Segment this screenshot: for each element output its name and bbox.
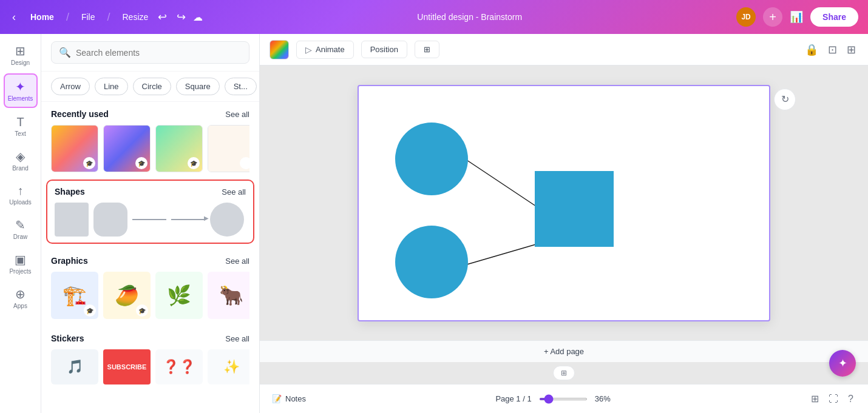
graphic-badge-2: 🎓 — [136, 304, 148, 317]
sidebar-item-uploads[interactable]: ↑ Uploads — [4, 179, 38, 210]
filter-tag-square[interactable]: Square — [176, 78, 220, 95]
topbar-right: JD + 📊 Share — [736, 7, 858, 27]
canvas-area: ▷ Animate Position ⊞ 🔒 ⊡ ⊞ — [260, 34, 868, 413]
undo-button[interactable]: ↩ — [155, 8, 169, 26]
grid-view-button[interactable]: ⊞ — [809, 391, 821, 407]
brand-icon: ◈ — [16, 149, 25, 164]
recent-badge-4 — [240, 157, 249, 169]
recently-used-see-all[interactable]: See all — [225, 110, 249, 119]
show-pages-area: ⊞ — [260, 362, 868, 384]
search-input-wrapper: 🔍 — [51, 41, 249, 64]
add-page-button[interactable]: + Add page — [544, 347, 584, 356]
canvas-rectangle[interactable] — [535, 171, 614, 247]
lock-button[interactable]: 🔒 — [802, 41, 821, 59]
sidebar-label-draw: Draw — [13, 233, 27, 240]
sidebar-item-brand[interactable]: ◈ Brand — [4, 144, 38, 176]
cloud-sync-button[interactable]: ☁ — [193, 12, 203, 23]
share-button[interactable]: Share — [810, 7, 858, 27]
animate-icon: ▷ — [305, 45, 312, 55]
sticker-item-3[interactable]: ❓❓ — [155, 349, 203, 384]
sidebar-label-projects: Projects — [9, 268, 31, 275]
canvas-refresh-button[interactable]: ↻ — [774, 89, 796, 110]
canvas-circle-top[interactable] — [395, 123, 468, 195]
expand-button[interactable]: ⊞ — [844, 41, 858, 59]
graphic-item-3[interactable]: 🌿 — [155, 272, 203, 319]
graphic-item-4[interactable]: 🐂 — [208, 272, 249, 319]
filter-tag-line[interactable]: Line — [95, 78, 128, 95]
recent-item-2[interactable]: 🎓 — [103, 125, 151, 172]
graphics-see-all[interactable]: See all — [225, 257, 249, 266]
search-input[interactable] — [76, 48, 242, 58]
shape-arrow[interactable] — [171, 219, 205, 220]
shape-square[interactable] — [55, 203, 89, 237]
graphic-badge-1: 🎓 — [84, 304, 96, 317]
filter-tag-circle[interactable]: Circle — [133, 78, 171, 95]
sticker-icon-1: 🎵 — [67, 359, 83, 375]
avatar[interactable]: JD — [736, 7, 756, 27]
shape-rounded-rect[interactable] — [93, 203, 127, 237]
animate-button[interactable]: ▷ Animate — [296, 41, 354, 59]
shapes-section: Shapes See all › — [46, 180, 254, 244]
position-button[interactable]: Position — [361, 41, 407, 58]
recent-badge-1: 🎓 — [83, 157, 95, 169]
home-link[interactable]: Home — [30, 12, 54, 22]
redo-button[interactable]: ↪ — [174, 8, 188, 26]
stickers-header: Stickers See all — [51, 334, 249, 343]
stats-icon[interactable]: 📊 — [790, 10, 803, 24]
sidebar: ⊞ Design ✦ Elements T Text ◈ Brand ↑ Upl… — [0, 34, 41, 413]
recent-item-3[interactable]: 🎓 — [155, 125, 203, 172]
svg-line-1 — [465, 244, 538, 265]
sidebar-label-uploads: Uploads — [9, 199, 32, 206]
shape-rounded-icon — [93, 203, 127, 237]
svg-line-0 — [465, 159, 538, 207]
sidebar-item-apps[interactable]: ⊕ Apps — [4, 282, 38, 314]
fullscreen-button[interactable]: ⛶ — [826, 391, 841, 407]
sidebar-label-brand: Brand — [12, 165, 29, 172]
add-page-bar: + Add page — [260, 340, 868, 362]
bottom-right: ⊞ ⛶ ? — [809, 391, 856, 407]
canvas-circle-bottom[interactable] — [395, 226, 468, 298]
sidebar-item-elements[interactable]: ✦ Elements — [4, 73, 38, 108]
back-button[interactable]: ‹ — [10, 8, 18, 26]
stickers-see-all[interactable]: See all — [225, 334, 249, 343]
notes-button[interactable]: 📝 Notes — [272, 394, 306, 403]
sidebar-item-design[interactable]: ⊞ Design — [4, 39, 38, 71]
copy-button[interactable]: ⊡ — [826, 41, 839, 59]
main-content: ⊞ Design ✦ Elements T Text ◈ Brand ↑ Upl… — [0, 34, 868, 413]
color-swatch[interactable] — [270, 40, 289, 59]
graphics-header: Graphics See all — [51, 256, 249, 266]
resize-menu[interactable]: Resize — [123, 12, 149, 22]
recent-badge-2: 🎓 — [135, 157, 147, 169]
filter-tag-arrow[interactable]: Arrow — [51, 78, 90, 95]
shape-line[interactable] — [132, 219, 166, 220]
topbar-left: ‹ Home / File / Resize — [10, 8, 148, 26]
separator2: / — [107, 11, 110, 24]
canva-assist-button[interactable]: ✦ — [829, 350, 856, 377]
sticker-icon-2: SUBSCRIBE — [107, 363, 147, 371]
design-icon: ⊞ — [15, 44, 25, 58]
recent-item-4[interactable] — [208, 125, 249, 172]
zoom-slider[interactable] — [539, 398, 588, 400]
show-pages-button[interactable]: ⊞ — [553, 366, 575, 380]
graphics-title: Graphics — [51, 256, 88, 266]
graphic-item-2[interactable]: 🥭 🎓 — [103, 272, 151, 319]
shape-circle[interactable] — [210, 203, 244, 237]
shapes-see-all[interactable]: See all — [222, 187, 246, 196]
sticker-item-1[interactable]: 🎵 — [51, 349, 98, 384]
sticker-item-2[interactable]: SUBSCRIBE — [103, 349, 151, 384]
filter-tag-st[interactable]: St... — [225, 78, 257, 95]
graphic-item-1[interactable]: 🏗️ 🎓 — [51, 272, 98, 319]
sticker-item-4[interactable]: ✨ — [208, 349, 249, 384]
sidebar-item-text[interactable]: T Text — [4, 110, 38, 142]
graphic-icon-3: 🌿 — [167, 284, 191, 307]
sidebar-label-design: Design — [11, 59, 30, 66]
add-collaborator-button[interactable]: + — [763, 7, 782, 27]
sidebar-item-draw[interactable]: ✎ Draw — [4, 213, 38, 245]
sidebar-item-projects[interactable]: ▣ Projects — [4, 247, 38, 280]
design-canvas[interactable]: ↻ — [358, 85, 770, 321]
recent-item-1[interactable]: 🎓 — [51, 125, 98, 172]
help-button[interactable]: ? — [846, 391, 856, 407]
filter-button[interactable]: ⊞ — [415, 41, 439, 58]
file-menu[interactable]: File — [81, 12, 95, 22]
show-pages-icon: ⊞ — [561, 369, 567, 377]
